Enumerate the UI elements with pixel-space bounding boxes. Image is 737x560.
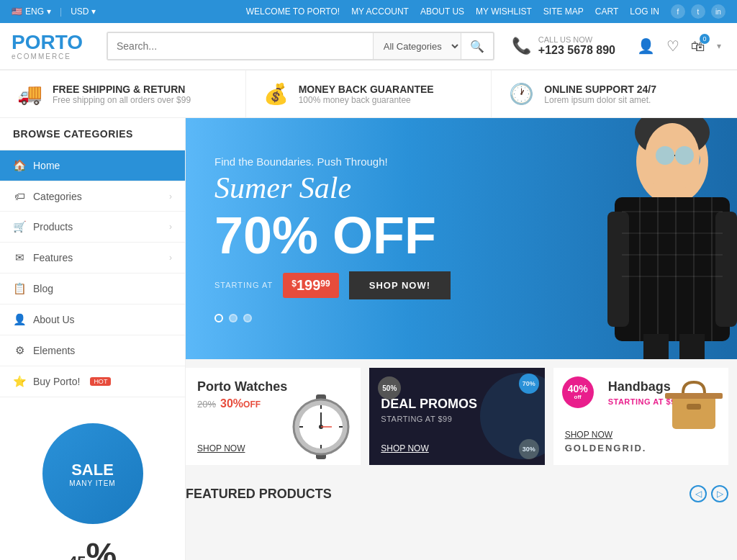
hero-starting: STARTING AT $ 199 99 SHOP NOW! bbox=[214, 271, 451, 299]
svg-rect-37 bbox=[665, 393, 723, 399]
phone-number: +123 5678 890 bbox=[538, 44, 615, 57]
svg-point-9 bbox=[656, 146, 674, 165]
product-cards-row: Porto Watches 20% 30%OFF SHOP NOW bbox=[186, 359, 728, 474]
support-title: ONLINE SUPPORT 24/7 bbox=[544, 83, 656, 95]
phone-section: 📞 CALL US NOW +123 5678 890 bbox=[512, 35, 615, 57]
welcome-text: WELCOME TO PORTO! bbox=[246, 6, 340, 17]
sidebar-item-home[interactable]: 🏠 Home bbox=[0, 150, 185, 181]
sidebar-item-categories[interactable]: 🏷 Categories › bbox=[0, 181, 185, 212]
bag-svg bbox=[665, 375, 723, 433]
sidebar-item-features[interactable]: ✉ Features › bbox=[0, 243, 185, 274]
sidebar-label-home: Home bbox=[33, 160, 60, 171]
hero-subtitle: Find the Boundaries. Push Through! bbox=[214, 155, 451, 168]
logo-sub: eCOMMERCE bbox=[12, 53, 83, 60]
sidebar-label-blog: Blog bbox=[33, 283, 53, 294]
percent-value: 45% bbox=[68, 538, 117, 560]
support-icon: 🕐 bbox=[509, 82, 534, 106]
facebook-icon[interactable]: f bbox=[671, 4, 685, 19]
cart-link[interactable]: CART bbox=[595, 6, 618, 17]
watches-new-price: 30%OFF bbox=[220, 397, 261, 410]
hero-dot-1[interactable] bbox=[214, 314, 223, 322]
currency-selector[interactable]: USD ▾ bbox=[71, 6, 96, 17]
brand-label: GOLDENGRID. bbox=[565, 443, 717, 453]
star-icon: ⭐ bbox=[13, 375, 26, 388]
handbags-card: 40% off Handbags STARTING AT $99 SHOP NO… bbox=[553, 368, 728, 465]
search-button[interactable]: 🔍 bbox=[461, 33, 493, 59]
hot-badge: HOT bbox=[90, 377, 111, 386]
svg-rect-21 bbox=[643, 334, 669, 359]
featured-next-button[interactable]: ▷ bbox=[711, 485, 728, 502]
sidebar-item-elements[interactable]: ⚙ Elements bbox=[0, 335, 185, 366]
logo[interactable]: PORTO eCOMMERCE bbox=[12, 32, 83, 60]
watches-old-price: 20% bbox=[197, 399, 216, 410]
sidebar-label-buy-porto: Buy Porto! bbox=[33, 376, 80, 387]
sidebar-promo-area: SALE MANY ITEM 45% OFF bbox=[0, 397, 185, 560]
price-symbol: $ bbox=[291, 279, 297, 289]
header-icons: 👤 ♡ 🛍 0 ▾ bbox=[633, 33, 725, 59]
sidebar: BROWSE CATEGORIES 🏠 Home 🏷 Categories › … bbox=[0, 118, 186, 560]
sidebar-item-buy-porto[interactable]: ⭐ Buy Porto! HOT bbox=[0, 366, 185, 397]
shipping-desc: Free shipping on all orders over $99 bbox=[53, 95, 191, 105]
support-desc: Lorem ipsum dolor sit amet. bbox=[544, 95, 656, 105]
hero-shop-now-button[interactable]: SHOP NOW! bbox=[349, 271, 451, 299]
instagram-icon[interactable]: in bbox=[711, 4, 725, 19]
hero-dot-3[interactable] bbox=[243, 314, 252, 322]
featured-products-title: FEATURED PRODUCTS bbox=[186, 487, 332, 502]
chevron-right-icon-3: › bbox=[169, 253, 172, 263]
phone-icon: 📞 bbox=[512, 37, 531, 55]
elements-icon: ⚙ bbox=[13, 344, 26, 357]
sitemap-link[interactable]: SITE MAP bbox=[543, 6, 584, 17]
hero-woman-figure bbox=[535, 118, 737, 359]
hero-dot-2[interactable] bbox=[229, 314, 238, 322]
top-bar-right: WELCOME TO PORTO! MY ACCOUNT ABOUT US MY… bbox=[246, 4, 725, 19]
twitter-icon[interactable]: t bbox=[691, 4, 705, 19]
money-back-icon: 💰 bbox=[263, 82, 289, 106]
main-content: Find the Boundaries. Push Through! Sumer… bbox=[186, 118, 737, 560]
phone-info: CALL US NOW +123 5678 890 bbox=[538, 35, 615, 57]
login-link[interactable]: LOG IN bbox=[630, 6, 659, 17]
category-select[interactable]: All Categories bbox=[373, 33, 461, 59]
social-icons: f t in bbox=[671, 4, 725, 19]
main-layout: BROWSE CATEGORIES 🏠 Home 🏷 Categories › … bbox=[0, 118, 737, 560]
sidebar-label-about: About Us bbox=[33, 314, 75, 325]
account-button[interactable]: 👤 bbox=[633, 33, 659, 59]
about-us-link[interactable]: ABOUT US bbox=[420, 6, 464, 17]
blog-icon: 📋 bbox=[13, 282, 26, 295]
svg-rect-1 bbox=[615, 197, 730, 341]
shipping-info: 🚚 FREE SHIPPING & RETURN Free shipping o… bbox=[0, 71, 246, 117]
watch-svg bbox=[289, 394, 353, 459]
handbags-shop-link[interactable]: SHOP NOW bbox=[565, 430, 612, 440]
lang-selector[interactable]: 🇺🇸 ENG ▾ bbox=[12, 6, 51, 17]
sidebar-item-products[interactable]: 🛒 Products › bbox=[0, 212, 185, 243]
watches-title: Porto Watches bbox=[197, 379, 349, 394]
watches-card: Porto Watches 20% 30%OFF SHOP NOW bbox=[186, 368, 361, 465]
deals-shop-link[interactable]: SHOP NOW bbox=[381, 443, 428, 453]
featured-products-header: FEATURED PRODUCTS ◁ ▷ bbox=[186, 474, 728, 508]
top-bar: 🇺🇸 ENG ▾ | USD ▾ WELCOME TO PORTO! MY AC… bbox=[0, 0, 737, 23]
search-bar: All Categories 🔍 bbox=[107, 32, 494, 60]
wishlist-button[interactable]: ♡ bbox=[662, 33, 684, 59]
sidebar-label-categories: Categories bbox=[33, 191, 82, 202]
sidebar-item-about[interactable]: 👤 About Us bbox=[0, 304, 185, 335]
hero-content: Find the Boundaries. Push Through! Sumer… bbox=[214, 155, 451, 322]
cart-button[interactable]: 🛍 0 bbox=[687, 34, 710, 59]
featured-nav: ◁ ▷ bbox=[689, 485, 728, 502]
hero-discount: 70% OFF bbox=[214, 209, 451, 261]
money-back-info: 💰 MONEY BACK GUARANTEE 100% money back g… bbox=[246, 71, 492, 117]
svg-rect-36 bbox=[687, 404, 701, 410]
featured-prev-button[interactable]: ◁ bbox=[689, 485, 707, 502]
support-info: 🕐 ONLINE SUPPORT 24/7 Lorem ipsum dolor … bbox=[492, 71, 737, 117]
my-account-link[interactable]: MY ACCOUNT bbox=[351, 6, 409, 17]
sidebar-label-elements: Elements bbox=[33, 345, 75, 356]
watches-shop-link[interactable]: SHOP NOW bbox=[197, 443, 245, 453]
search-input[interactable] bbox=[108, 33, 373, 59]
svg-point-34 bbox=[480, 373, 545, 459]
top-bar-left: 🇺🇸 ENG ▾ | USD ▾ bbox=[12, 6, 96, 17]
cart-dropdown-button[interactable]: ▾ bbox=[713, 37, 725, 55]
svg-rect-22 bbox=[679, 334, 705, 359]
money-back-desc: 100% money back guarantee bbox=[299, 95, 434, 105]
wishlist-link[interactable]: MY WISHLIST bbox=[476, 6, 532, 17]
categories-icon: 🏷 bbox=[13, 190, 26, 202]
sidebar-item-blog[interactable]: 📋 Blog bbox=[0, 274, 185, 304]
hero-price: $ 199 99 bbox=[283, 273, 338, 298]
